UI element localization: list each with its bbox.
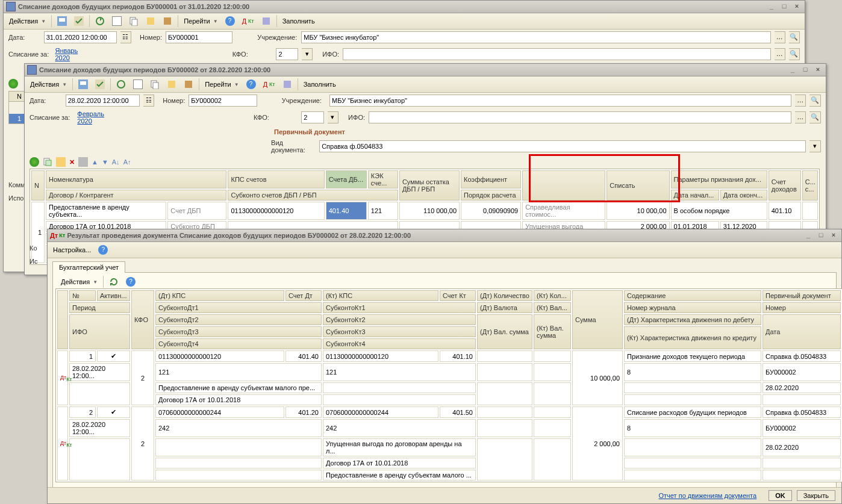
date-input[interactable]: 28.02.2020 12:00:00 xyxy=(66,95,140,107)
period-link[interactable]: Январь 2020 xyxy=(55,47,93,61)
date-picker-icon[interactable]: ☷ xyxy=(120,31,131,43)
kfo-input[interactable]: 2 xyxy=(301,111,323,123)
ifo-select-icon[interactable]: … xyxy=(795,111,806,123)
date-input[interactable]: 31.01.2020 12:00:00 xyxy=(44,31,117,43)
org-search-icon[interactable]: 🔍 xyxy=(809,95,821,107)
doc-button[interactable] xyxy=(109,14,125,28)
dk-button[interactable]: ДКт xyxy=(239,14,257,28)
num-input[interactable]: БУ000001 xyxy=(166,31,232,43)
org-input[interactable]: МБУ "Бизнес инкубатор" xyxy=(329,95,791,107)
org-select-icon[interactable]: … xyxy=(795,95,806,107)
report-link[interactable]: Отчет по движениям документа xyxy=(659,492,757,499)
vid-dd-icon[interactable]: ▾ xyxy=(809,140,821,152)
save-row-icon[interactable] xyxy=(78,157,88,167)
struct-button[interactable] xyxy=(181,78,196,91)
copy-button[interactable] xyxy=(126,14,142,28)
add-icon[interactable] xyxy=(8,79,18,89)
save-button[interactable] xyxy=(75,78,91,91)
ifo-search-icon[interactable]: 🔍 xyxy=(809,111,821,123)
kfo-dd-icon[interactable]: ▾ xyxy=(302,48,313,60)
help-button[interactable]: ? xyxy=(123,275,139,288)
dk-button[interactable]: ДКт xyxy=(260,78,278,91)
copy-row-icon[interactable] xyxy=(43,157,52,167)
org-input[interactable]: МБУ "Бизнес инкубатор" xyxy=(301,31,770,43)
postings-grid[interactable]: №Активн...КФО (Дт) КПССчет Дт(Кт) КПССче… xyxy=(55,288,842,482)
doc-button[interactable] xyxy=(130,78,146,91)
refresh-button[interactable] xyxy=(106,275,122,288)
kfo-input[interactable]: 2 xyxy=(276,48,298,60)
sort-asc-icon[interactable]: A↓ xyxy=(112,158,120,166)
ok-button[interactable]: OK xyxy=(769,490,792,501)
save-button[interactable] xyxy=(54,14,70,28)
footer: Отчет по движениям документа OK Закрыть xyxy=(48,487,841,503)
goto-menu[interactable]: Перейти▼ xyxy=(181,14,221,28)
settings-button[interactable]: Настройка... xyxy=(50,243,94,257)
add-row-icon[interactable] xyxy=(30,157,39,167)
tab-accounting[interactable]: Бухгалтерский учет xyxy=(52,261,125,273)
actions-menu[interactable]: Действия▼ xyxy=(27,78,70,91)
close-icon[interactable]: × xyxy=(828,231,839,240)
maximize-icon[interactable]: □ xyxy=(815,231,826,240)
ifo-select-icon[interactable]: … xyxy=(775,48,785,60)
fill-button[interactable]: Заполнить xyxy=(301,78,339,91)
date-picker-icon[interactable]: ☷ xyxy=(143,95,155,107)
org-search-icon[interactable]: 🔍 xyxy=(789,31,800,43)
date-label: Дата: xyxy=(30,97,62,104)
ifo-input[interactable] xyxy=(343,48,771,60)
trans-button[interactable] xyxy=(164,78,179,91)
num-label: Номер: xyxy=(163,97,185,104)
window-title: Списание доходов будущих периодов БУ0000… xyxy=(39,66,270,73)
down-icon[interactable]: ▼ xyxy=(102,158,108,166)
post-button[interactable] xyxy=(71,14,87,28)
kfo-dd-icon[interactable]: ▾ xyxy=(328,111,339,123)
edit-row-icon[interactable] xyxy=(56,157,66,167)
struct-button[interactable] xyxy=(160,14,175,28)
titlebar[interactable]: ДтКт Результат проведения документа Спис… xyxy=(48,229,841,242)
ispo-label: Ис xyxy=(30,258,37,265)
sort-desc-icon[interactable]: A↑ xyxy=(123,158,131,166)
close-button[interactable]: Закрыть xyxy=(797,490,835,501)
minimize-icon[interactable]: _ xyxy=(803,231,814,240)
help-button[interactable]: ? xyxy=(222,14,238,28)
help-button[interactable]: ? xyxy=(243,78,259,91)
minimize-icon[interactable]: _ xyxy=(787,65,798,75)
close-icon[interactable]: × xyxy=(791,2,802,11)
posting-row: ДтКт 2✔ 2 07060000000000244401.20 070600… xyxy=(57,406,841,418)
toolbar: Действия▼ Перейти▼ ? ДКт Заполнить xyxy=(4,13,805,30)
goto-menu[interactable]: Перейти▼ xyxy=(202,78,242,91)
refresh-button[interactable] xyxy=(113,78,129,91)
copy-button[interactable] xyxy=(147,78,163,91)
trans-button[interactable] xyxy=(143,14,158,28)
actions-menu[interactable]: Действия▼ xyxy=(6,14,49,28)
num-input[interactable]: БУ000002 xyxy=(189,95,257,107)
vid-input[interactable]: Справка ф.0504833 xyxy=(319,140,806,152)
post-button[interactable] xyxy=(92,78,108,91)
close-icon[interactable]: × xyxy=(812,65,823,75)
help-button[interactable]: ? xyxy=(95,243,111,257)
toolbar: Настройка... ? xyxy=(48,242,841,258)
delete-row-icon[interactable]: ✕ xyxy=(69,158,75,166)
ifo-search-icon[interactable]: 🔍 xyxy=(789,48,800,60)
up-icon[interactable]: ▲ xyxy=(92,158,98,166)
org-select-icon[interactable]: … xyxy=(775,31,785,43)
posting-row: ДтКт 1✔ 2 01130000000000120401.40 011300… xyxy=(57,350,841,362)
kfo-label: КФО: xyxy=(232,51,273,58)
dt-icon: Дт xyxy=(50,232,58,239)
maximize-icon[interactable]: □ xyxy=(800,65,811,75)
report-button[interactable] xyxy=(258,14,274,28)
actions-menu[interactable]: Действия▼ xyxy=(58,275,101,288)
window-icon xyxy=(6,2,16,11)
refresh-button[interactable] xyxy=(92,14,108,28)
period-label: Списание за: xyxy=(8,51,52,58)
svg-rect-19 xyxy=(46,160,51,166)
titlebar[interactable]: Списание доходов будущих периодов БУ0000… xyxy=(25,64,826,76)
maximize-icon[interactable]: □ xyxy=(779,2,790,11)
num-label: Номер: xyxy=(140,34,162,41)
period-link[interactable]: Февраль 2020 xyxy=(77,110,120,125)
minimize-icon[interactable]: _ xyxy=(766,2,777,11)
report-button[interactable] xyxy=(279,78,295,91)
ifo-input[interactable] xyxy=(369,111,791,123)
fill-button[interactable]: Заполнить xyxy=(279,14,318,28)
titlebar[interactable]: Списание доходов будущих периодов БУ0000… xyxy=(4,1,805,13)
ifo-label: ИФО: xyxy=(348,114,365,121)
